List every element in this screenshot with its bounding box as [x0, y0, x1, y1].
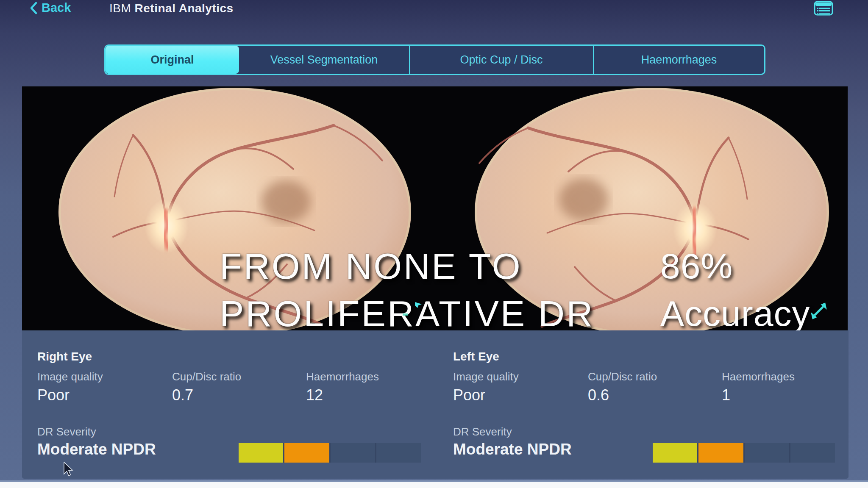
- severity-segment-proliferative: [790, 443, 835, 463]
- severity-segment-proliferative: [376, 443, 421, 463]
- fullscreen-expand-icon[interactable]: [810, 302, 828, 320]
- fundus-image-viewer[interactable]: FROM NONE TO PROLIFERATIVE DR 86% Accura…: [22, 86, 848, 330]
- eye-name: Right Eye: [37, 350, 92, 363]
- severity-meter: [239, 443, 421, 463]
- severity-value: Moderate NPDR: [453, 441, 572, 458]
- tab-label: Haemorrhages: [641, 53, 717, 67]
- metric-value-cup-disc-ratio: 0.7: [172, 386, 193, 404]
- severity-label: DR Severity: [453, 425, 512, 438]
- video-caption: FROM NONE TO PROLIFERATIVE DR: [220, 242, 594, 330]
- severity-meter: [653, 443, 835, 463]
- metric-label: Cup/Disc ratio: [588, 370, 657, 383]
- severity-segment-moderate: [284, 443, 329, 463]
- tab-original[interactable]: Original: [106, 46, 239, 74]
- metric-value-image-quality: Poor: [453, 386, 485, 404]
- severity-segment-mild: [653, 443, 697, 463]
- left-eye-section: Left Eye Image quality Cup/Disc ratio Ha…: [453, 330, 851, 479]
- severity-label: DR Severity: [37, 425, 96, 438]
- mouse-cursor: [63, 462, 74, 477]
- player-scrub-artifact: [415, 302, 422, 308]
- severity-segment-mild: [239, 443, 283, 463]
- tab-label: Original: [150, 53, 194, 67]
- left-eye-macula: [559, 178, 608, 221]
- tab-label: Optic Cup / Disc: [460, 53, 542, 67]
- page-title: IBM Retinal Analytics: [109, 2, 234, 15]
- report-list-icon[interactable]: [814, 1, 833, 16]
- caption-line2: PROLIFERATIVE DR: [220, 290, 594, 330]
- view-tabbar: Original Vessel Segmentation Optic Cup /…: [104, 44, 765, 75]
- severity-segment-severe: [745, 443, 789, 463]
- metric-label: Haemorrhages: [306, 370, 379, 383]
- metric-value-haemorrhages: 1: [722, 386, 730, 404]
- metric-label: Image quality: [37, 370, 103, 383]
- back-label: Back: [42, 1, 71, 15]
- severity-segment-severe: [331, 443, 375, 463]
- metric-value-cup-disc-ratio: 0.6: [588, 386, 609, 404]
- metric-value-haemorrhages: 12: [306, 386, 323, 404]
- accuracy-label: Accuracy: [660, 290, 810, 330]
- back-button[interactable]: Back: [30, 1, 71, 15]
- title-main: Retinal Analytics: [135, 2, 234, 15]
- accuracy-readout: 86% Accuracy: [660, 242, 810, 330]
- caption-line1: FROM NONE TO: [220, 242, 594, 290]
- analysis-panel: Right Eye Image quality Cup/Disc ratio H…: [22, 330, 849, 479]
- chevron-left-icon: [30, 1, 38, 15]
- severity-value: Moderate NPDR: [37, 441, 156, 458]
- metric-label: Haemorrhages: [722, 370, 795, 383]
- metric-value-image-quality: Poor: [37, 386, 70, 404]
- player-scrub-dash: [403, 313, 408, 316]
- tab-haemorrhages[interactable]: Haemorrhages: [593, 46, 764, 74]
- metric-label: Image quality: [453, 370, 519, 383]
- title-prefix: IBM: [109, 2, 131, 15]
- eye-name: Left Eye: [453, 350, 499, 363]
- tab-vessel-segmentation[interactable]: Vessel Segmentation: [239, 46, 409, 74]
- tab-optic-cup-disc[interactable]: Optic Cup / Disc: [409, 46, 593, 74]
- right-eye-section: Right Eye Image quality Cup/Disc ratio H…: [37, 330, 436, 479]
- metric-label: Cup/Disc ratio: [172, 370, 241, 383]
- right-eye-macula: [262, 180, 311, 223]
- accuracy-value: 86%: [660, 242, 810, 290]
- tab-label: Vessel Segmentation: [270, 53, 378, 67]
- severity-segment-moderate: [698, 443, 743, 463]
- footer-strip: [0, 482, 868, 488]
